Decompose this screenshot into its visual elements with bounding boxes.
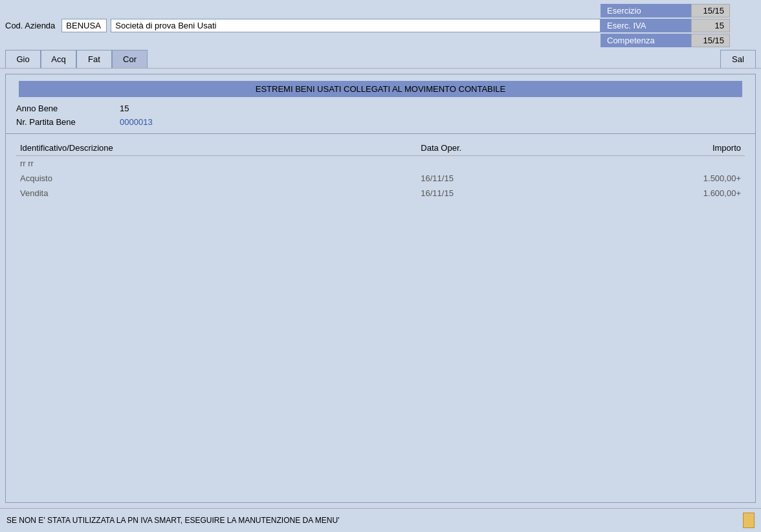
tab-acq[interactable]: Acq	[41, 50, 76, 68]
cell-desc: Acquisto	[16, 171, 417, 186]
cell-data: 16/11/15	[417, 171, 577, 186]
esercizio-value: 15/15	[691, 4, 730, 17]
tab-row: Gio Acq Fat Cor Sal	[0, 50, 761, 69]
header-section: Cod. Azienda BENUSA Società di prova Ben…	[0, 0, 761, 50]
nr-partita-label: Nr. Partita Bene	[16, 117, 120, 127]
esercizio-label: Esercizio	[601, 4, 691, 17]
cod-azienda-desc: Società di prova Beni Usati	[111, 19, 601, 32]
eserc-iva-value: 15	[691, 19, 730, 32]
tab-fat[interactable]: Fat	[76, 50, 112, 68]
eserc-iva-label: Eserc. IVA	[601, 19, 691, 32]
data-table-area: Identificativo/Descrizione Data Oper. Im…	[6, 134, 755, 502]
cod-azienda-label: Cod. Azienda	[5, 21, 55, 30]
data-table: Identificativo/Descrizione Data Oper. Im…	[16, 140, 745, 201]
col-header-data: Data Oper.	[417, 140, 577, 156]
cell-desc: rr rr	[16, 156, 417, 172]
eserc-iva-row: Eserc. IVA 15	[601, 19, 756, 32]
competenza-label: Competenza	[601, 34, 691, 47]
right-info-box: Esercizio 15/15 Eserc. IVA 15 Competenza…	[601, 4, 756, 47]
tab-gio[interactable]: Gio	[5, 50, 41, 68]
tab-sal[interactable]: Sal	[720, 50, 756, 68]
cod-azienda-area: Cod. Azienda BENUSA Società di prova Ben…	[5, 4, 601, 47]
anno-bene-value: 15	[120, 104, 129, 113]
competenza-value: 15/15	[691, 34, 730, 47]
content-area: ESTREMI BENI USATI COLLEGATI AL MOVIMENT…	[0, 69, 761, 508]
status-text: SE NON E' STATA UTILIZZATA LA PN IVA SMA…	[6, 516, 339, 525]
nr-partita-value: 0000013	[120, 117, 153, 127]
esercizio-row: Esercizio 15/15	[601, 4, 756, 17]
main-wrapper: Cod. Azienda BENUSA Società di prova Ben…	[0, 0, 761, 532]
table-row: rr rr	[16, 156, 745, 172]
anno-bene-label: Anno Bene	[16, 104, 120, 113]
nr-partita-row: Nr. Partita Bene 0000013	[16, 117, 745, 127]
inner-panel: ESTREMI BENI USATI COLLEGATI AL MOVIMENT…	[5, 74, 756, 503]
tab-cor[interactable]: Cor	[112, 50, 148, 68]
panel-title: ESTREMI BENI USATI COLLEGATI AL MOVIMENT…	[19, 81, 742, 97]
status-bar: SE NON E' STATA UTILIZZATA LA PN IVA SMA…	[0, 508, 761, 532]
anno-bene-row: Anno Bene 15	[16, 104, 745, 113]
status-indicator	[743, 513, 755, 528]
table-row: Vendita16/11/151.600,00+	[16, 186, 745, 201]
col-header-importo: Importo	[577, 140, 745, 156]
competenza-row: Competenza 15/15	[601, 34, 756, 47]
table-row: Acquisto16/11/151.500,00+	[16, 171, 745, 186]
col-header-desc: Identificativo/Descrizione	[16, 140, 417, 156]
cell-importo: 1.500,00+	[577, 171, 745, 186]
cell-importo	[577, 156, 745, 172]
cell-desc: Vendita	[16, 186, 417, 201]
bene-info: Anno Bene 15 Nr. Partita Bene 0000013	[6, 97, 755, 134]
cell-data	[417, 156, 577, 172]
cell-data: 16/11/15	[417, 186, 577, 201]
cell-importo: 1.600,00+	[577, 186, 745, 201]
cod-azienda-value: BENUSA	[61, 19, 107, 32]
